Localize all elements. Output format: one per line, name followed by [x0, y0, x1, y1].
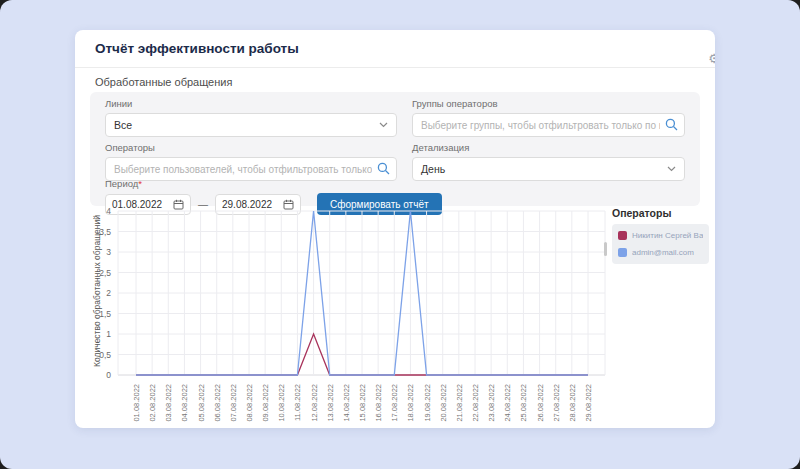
- svg-text:08.08.2022: 08.08.2022: [245, 384, 254, 422]
- svg-text:13.08.2022: 13.08.2022: [326, 384, 335, 422]
- legend-box: Никитин Сергей Валерьев… admin@mail.com: [612, 224, 709, 264]
- svg-text:26.08.2022: 26.08.2022: [536, 384, 545, 422]
- field-lines: Линии Все: [105, 98, 397, 137]
- svg-text:10.08.2022: 10.08.2022: [277, 384, 286, 422]
- detail-select[interactable]: День: [412, 157, 685, 181]
- svg-text:11.08.2022: 11.08.2022: [293, 384, 302, 421]
- svg-text:06.08.2022: 06.08.2022: [213, 384, 222, 422]
- chevron-down-icon: [379, 122, 388, 128]
- page-background: Отчёт эффективности работы ⚙ Обработанны…: [0, 0, 800, 469]
- legend-title: Операторы: [612, 207, 709, 219]
- svg-text:18.08.2022: 18.08.2022: [406, 384, 415, 422]
- svg-text:1: 1: [106, 329, 111, 339]
- field-detail: Детализация День: [412, 142, 685, 181]
- legend-item-label: Никитин Сергей Валерьев…: [632, 231, 703, 240]
- svg-text:02.08.2022: 02.08.2022: [148, 384, 157, 422]
- legend-swatch: [618, 231, 627, 240]
- operator-groups-input[interactable]: [412, 113, 685, 137]
- field-operator-groups: Группы операторов: [412, 98, 685, 137]
- svg-text:1,5: 1,5: [99, 309, 111, 319]
- svg-text:04.08.2022: 04.08.2022: [180, 384, 189, 422]
- legend-item-label: admin@mail.com: [632, 248, 694, 257]
- detail-label: Детализация: [412, 142, 685, 153]
- svg-text:3,5: 3,5: [99, 227, 111, 237]
- svg-text:25.08.2022: 25.08.2022: [519, 384, 528, 422]
- svg-text:2: 2: [106, 288, 111, 298]
- card-header: Отчёт эффективности работы ⚙: [75, 30, 715, 68]
- svg-text:24.08.2022: 24.08.2022: [503, 384, 512, 422]
- svg-text:19.08.2022: 19.08.2022: [423, 384, 432, 422]
- svg-text:28.08.2022: 28.08.2022: [568, 384, 577, 422]
- detail-select-value: День: [421, 163, 445, 175]
- svg-text:03.08.2022: 03.08.2022: [164, 384, 173, 422]
- svg-text:15.08.2022: 15.08.2022: [358, 384, 367, 422]
- lines-label: Линии: [105, 98, 397, 109]
- search-icon[interactable]: [665, 118, 678, 131]
- required-asterisk: *: [138, 178, 142, 189]
- svg-text:23.08.2022: 23.08.2022: [487, 384, 496, 422]
- report-card: Отчёт эффективности работы ⚙ Обработанны…: [75, 30, 715, 428]
- legend-item: Никитин Сергей Валерьев…: [618, 231, 703, 240]
- svg-text:4: 4: [106, 206, 111, 216]
- svg-text:3: 3: [106, 247, 111, 257]
- operator-groups-label: Группы операторов: [412, 98, 685, 109]
- svg-text:16.08.2022: 16.08.2022: [374, 384, 383, 422]
- svg-text:0,5: 0,5: [99, 350, 111, 360]
- svg-text:14.08.2022: 14.08.2022: [342, 384, 351, 422]
- svg-text:12.08.2022: 12.08.2022: [310, 384, 319, 422]
- lines-select[interactable]: Все: [105, 113, 397, 137]
- efficiency-chart: 00,511,522,533,5401.08.202202.08.202203.…: [83, 206, 623, 426]
- operators-label: Операторы: [105, 142, 397, 153]
- chevron-down-icon: [667, 166, 676, 172]
- lines-select-value: Все: [114, 119, 132, 131]
- gear-icon[interactable]: ⚙: [708, 51, 715, 66]
- svg-text:05.08.2022: 05.08.2022: [197, 384, 206, 422]
- field-operators: Операторы: [105, 142, 397, 181]
- svg-text:0: 0: [106, 370, 111, 380]
- svg-text:07.08.2022: 07.08.2022: [229, 384, 238, 422]
- filters-panel: Линии Все Группы операторов Операторы: [90, 92, 700, 206]
- page-title: Отчёт эффективности работы: [95, 30, 299, 68]
- svg-text:29.08.2022: 29.08.2022: [584, 384, 593, 422]
- svg-text:2,5: 2,5: [99, 268, 111, 278]
- svg-text:22.08.2022: 22.08.2022: [471, 384, 480, 422]
- period-label: Период*: [105, 178, 442, 189]
- svg-text:27.08.2022: 27.08.2022: [552, 384, 561, 422]
- svg-text:21.08.2022: 21.08.2022: [455, 384, 464, 422]
- section-label: Обработанные обращения: [95, 76, 232, 88]
- svg-text:09.08.2022: 09.08.2022: [261, 384, 270, 422]
- svg-text:20.08.2022: 20.08.2022: [439, 384, 448, 422]
- svg-text:17.08.2022: 17.08.2022: [390, 384, 399, 422]
- search-icon[interactable]: [377, 162, 390, 175]
- chart-legend: Операторы Никитин Сергей Валерьев… admin…: [612, 207, 709, 264]
- chart-scrollbar-thumb[interactable]: [604, 242, 607, 256]
- svg-text:01.08.2022: 01.08.2022: [132, 384, 141, 422]
- legend-swatch: [618, 248, 627, 257]
- legend-item: admin@mail.com: [618, 248, 703, 257]
